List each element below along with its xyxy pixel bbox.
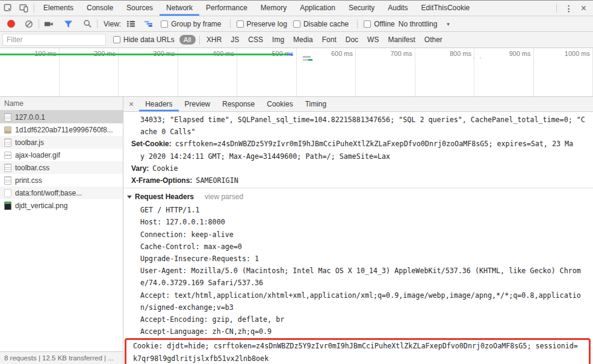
view-parsed-link[interactable]: view parsed (205, 192, 243, 202)
request-header-line: e/74.0.3729.169 Safari/537.36 (123, 277, 593, 289)
divider (97, 19, 98, 28)
tab-console[interactable]: Console (80, 1, 120, 16)
request-name: toolbar.js (15, 138, 44, 147)
disable-cache-checkbox[interactable] (293, 20, 300, 28)
headers-content: 34033; "Elapsed time", SQLPanel_sql_time… (123, 112, 593, 364)
tick-label: 300 ms (119, 48, 178, 57)
tick-label: 200 ms (60, 48, 119, 57)
preserve-log-label[interactable]: Preserve log (247, 20, 287, 28)
filter-input[interactable] (2, 34, 106, 46)
table-row[interactable]: 127.0.0.1 (0, 111, 123, 123)
request-header-line: Upgrade-Insecure-Requests: 1 (123, 253, 593, 265)
network-overview[interactable]: 100 ms 200 ms 300 ms 400 ms 500 ms 600 m… (0, 48, 593, 97)
tab-performance[interactable]: Performance (199, 1, 254, 16)
tab-timing[interactable]: Timing (299, 97, 333, 111)
tab-headers[interactable]: Headers (139, 97, 178, 111)
response-header-line: y 2020 14:24:11 GMT; Max-Age=31449600; P… (123, 150, 593, 162)
divider (357, 19, 358, 28)
table-row[interactable]: print.css (0, 174, 123, 187)
inspect-element-button[interactable] (0, 1, 16, 16)
tick-label: 700 ms (356, 48, 415, 57)
name-column-header[interactable]: Name (0, 97, 123, 111)
request-name: 127.0.0.1 (15, 113, 45, 122)
device-toolbar-icon (19, 4, 28, 13)
kebab-menu-icon[interactable]: ⋮ (559, 4, 579, 13)
timeline-grid: 100 ms 200 ms 300 ms 400 ms 500 ms 600 m… (0, 48, 593, 96)
filter-pill-js[interactable]: JS (231, 35, 239, 44)
filter-pill-all[interactable]: All (179, 35, 196, 45)
table-row[interactable]: toolbar.css (0, 161, 123, 174)
triangle-down-icon (127, 196, 132, 199)
tab-cookies[interactable]: Cookies (261, 97, 299, 111)
preserve-log-checkbox[interactable] (237, 20, 244, 28)
section-divider (123, 188, 593, 188)
overview-request-bar (303, 56, 311, 58)
request-name: toolbar.css (15, 164, 49, 172)
list-view-icon (126, 20, 135, 28)
tab-application[interactable]: Application (293, 1, 342, 16)
response-header-line: 34033; "Elapsed time", SQLPanel_sql_time… (123, 114, 593, 126)
filter-pill-ws[interactable]: WS (367, 35, 379, 44)
overview-load-line-tip (287, 54, 293, 55)
table-row[interactable]: data:font/woff;base... (0, 187, 123, 199)
tab-network[interactable]: Network (160, 1, 199, 16)
divider (230, 19, 231, 28)
offline-label[interactable]: Offline (374, 20, 394, 28)
throttling-select[interactable]: No throttling (399, 20, 438, 28)
device-toolbar-button[interactable] (16, 1, 31, 16)
filter-pill-manifest[interactable]: Manifest (388, 35, 415, 44)
response-header-line: X-Frame-Options:SAMEORIGIN (123, 174, 593, 187)
disable-cache-label[interactable]: Disable cache (303, 20, 349, 28)
request-list: Name 127.0.0.1 1d1df6220ab711e9996760f8.… (0, 97, 123, 364)
group-by-frame-checkbox[interactable] (161, 20, 168, 28)
image-file-icon (4, 126, 11, 134)
close-detail-icon[interactable]: × (123, 99, 139, 109)
tab-elements[interactable]: Elements (37, 1, 80, 16)
request-name: data:font/woff;base... (15, 189, 82, 197)
record-icon (7, 20, 15, 28)
filter-pill-font[interactable]: Font (322, 35, 337, 44)
table-row[interactable]: djdt_vertical.png (0, 199, 123, 212)
clear-button[interactable] (22, 17, 36, 31)
hide-data-urls-label[interactable]: Hide data URLs (123, 35, 175, 44)
request-list-empty-area (0, 212, 123, 351)
filter-pill-doc[interactable]: Doc (346, 35, 358, 44)
overview-dot (473, 57, 474, 58)
table-row[interactable]: toolbar.js (0, 136, 123, 149)
tick-label: 800 ms (415, 48, 474, 57)
request-header-line: Accept: text/html,application/xhtml+xml,… (123, 289, 593, 301)
view-label: View: (104, 20, 121, 28)
table-row[interactable]: 1d1df6220ab711e9996760f8... (0, 123, 123, 136)
filter-pill-other[interactable]: Other (424, 35, 442, 44)
group-by-frame-label[interactable]: Group by frame (171, 20, 221, 28)
tab-editthiscookie[interactable]: EditThisCookie (415, 1, 477, 16)
tab-preview[interactable]: Preview (179, 97, 217, 111)
tab-sources[interactable]: Sources (120, 1, 160, 16)
capture-screenshots-button[interactable] (42, 17, 56, 31)
table-row[interactable]: ajax-loader.gif (0, 149, 123, 161)
tab-memory[interactable]: Memory (254, 1, 293, 16)
search-button[interactable] (80, 17, 95, 31)
record-button[interactable] (4, 17, 18, 31)
tab-audits[interactable]: Audits (381, 1, 414, 16)
network-main: Name 127.0.0.1 1d1df6220ab711e9996760f8.… (0, 97, 593, 364)
cookie-header-line: k7qr98l9gdlritjslxfb51vx2lnb8oek (133, 353, 589, 364)
filter-pill-img[interactable]: Img (272, 35, 284, 44)
tick-label: 1000 ms (534, 48, 593, 57)
filter-toggle-button[interactable] (61, 17, 75, 31)
tick-label: 900 ms (474, 48, 533, 57)
tab-security[interactable]: Security (342, 1, 381, 16)
show-overview-button[interactable] (141, 17, 156, 31)
hide-data-urls-checkbox[interactable] (113, 36, 120, 43)
chevron-down-icon[interactable]: ▼ (446, 22, 450, 27)
offline-checkbox[interactable] (364, 20, 371, 28)
filter-pill-css[interactable]: CSS (248, 35, 263, 44)
use-large-rows-button[interactable] (123, 17, 138, 31)
png-file-icon (4, 202, 11, 210)
response-header-line: Vary:Cookie (123, 162, 593, 174)
filter-pill-media[interactable]: Media (293, 35, 313, 44)
request-headers-section-header[interactable]: Request Headers view parsed (123, 190, 593, 204)
tab-response[interactable]: Response (216, 97, 261, 111)
close-icon[interactable]: × (579, 3, 593, 14)
filter-pill-xhr[interactable]: XHR (206, 35, 222, 44)
